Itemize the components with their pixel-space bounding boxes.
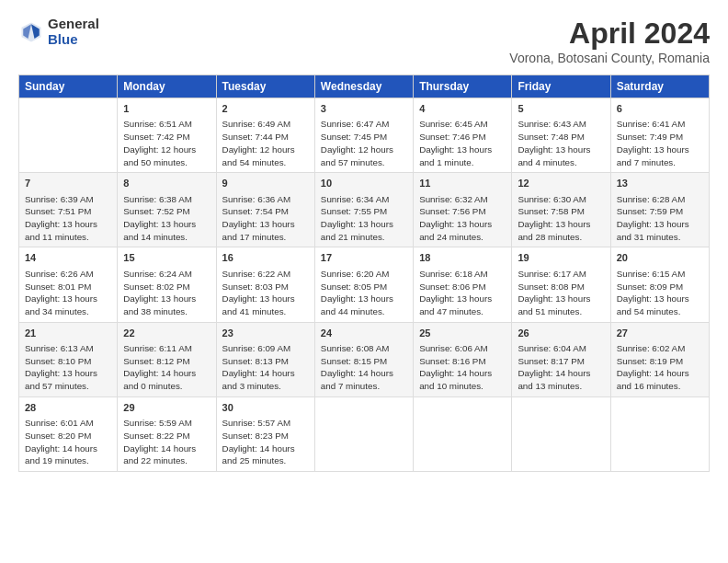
daylight-text: Daylight: 13 hours and 7 minutes.: [617, 144, 703, 168]
calendar-cell: [414, 396, 512, 471]
sunrise-text: Sunrise: 6:11 AM: [123, 342, 210, 355]
sunrise-text: Sunrise: 6:32 AM: [419, 193, 506, 206]
daylight-text: Daylight: 13 hours and 1 minute.: [419, 144, 506, 168]
header-friday: Friday: [512, 75, 610, 98]
sunrise-text: Sunrise: 6:38 AM: [123, 193, 210, 206]
sunset-text: Sunset: 8:13 PM: [222, 355, 309, 368]
daylight-text: Daylight: 13 hours and 17 minutes.: [222, 218, 309, 243]
calendar-table: Sunday Monday Tuesday Wednesday Thursday…: [18, 75, 710, 472]
daylight-text: Daylight: 14 hours and 25 minutes.: [222, 442, 309, 467]
calendar-cell: 28Sunrise: 6:01 AMSunset: 8:20 PMDayligh…: [19, 396, 118, 471]
day-number: 19: [518, 251, 604, 265]
sunrise-text: Sunrise: 6:08 AM: [321, 342, 407, 355]
location: Vorona, Botosani County, Romania: [509, 51, 710, 65]
header-sunday: Sunday: [19, 75, 118, 98]
calendar-cell: 25Sunrise: 6:06 AMSunset: 8:16 PMDayligh…: [414, 322, 512, 396]
sunset-text: Sunset: 8:06 PM: [419, 281, 506, 293]
calendar-cell: 23Sunrise: 6:09 AMSunset: 8:13 PMDayligh…: [216, 322, 314, 396]
calendar-cell: 29Sunrise: 5:59 AMSunset: 8:22 PMDayligh…: [118, 396, 216, 471]
sunrise-text: Sunrise: 6:22 AM: [222, 268, 309, 281]
sunset-text: Sunset: 8:19 PM: [617, 355, 703, 368]
sunset-text: Sunset: 7:58 PM: [518, 205, 604, 218]
sunset-text: Sunset: 8:20 PM: [25, 430, 111, 442]
sunset-text: Sunset: 7:55 PM: [321, 205, 407, 218]
daylight-text: Daylight: 14 hours and 16 minutes.: [617, 367, 703, 392]
sunset-text: Sunset: 8:12 PM: [123, 355, 210, 368]
day-number: 18: [419, 251, 506, 265]
day-number: 4: [419, 102, 506, 116]
sunrise-text: Sunrise: 6:47 AM: [321, 118, 407, 131]
calendar-week-row-3: 21Sunrise: 6:13 AMSunset: 8:10 PMDayligh…: [19, 322, 710, 396]
logo-icon: [18, 19, 44, 45]
daylight-text: Daylight: 14 hours and 3 minutes.: [222, 367, 309, 392]
sunset-text: Sunset: 7:44 PM: [222, 131, 309, 144]
day-number: 11: [419, 177, 506, 190]
logo-general: General: [48, 17, 99, 32]
daylight-text: Daylight: 13 hours and 51 minutes.: [518, 293, 604, 317]
sunrise-text: Sunrise: 6:45 AM: [419, 118, 506, 131]
sunset-text: Sunset: 7:46 PM: [419, 131, 506, 144]
sunrise-text: Sunrise: 6:02 AM: [617, 342, 703, 355]
calendar-cell: 13Sunrise: 6:28 AMSunset: 7:59 PMDayligh…: [610, 173, 709, 247]
daylight-text: Daylight: 14 hours and 0 minutes.: [123, 367, 210, 392]
sunset-text: Sunset: 7:52 PM: [123, 205, 210, 218]
sunrise-text: Sunrise: 6:43 AM: [518, 118, 604, 131]
sunset-text: Sunset: 8:10 PM: [25, 355, 111, 368]
sunrise-text: Sunrise: 6:20 AM: [321, 268, 407, 281]
daylight-text: Daylight: 12 hours and 57 minutes.: [321, 144, 407, 168]
daylight-text: Daylight: 13 hours and 47 minutes.: [419, 293, 506, 317]
sunrise-text: Sunrise: 6:39 AM: [25, 193, 111, 206]
calendar-cell: 15Sunrise: 6:24 AMSunset: 8:02 PMDayligh…: [118, 247, 216, 322]
calendar-cell: 4Sunrise: 6:45 AMSunset: 7:46 PMDaylight…: [414, 98, 512, 173]
calendar-cell: 16Sunrise: 6:22 AMSunset: 8:03 PMDayligh…: [216, 247, 314, 322]
sunrise-text: Sunrise: 6:51 AM: [123, 118, 210, 131]
sunset-text: Sunset: 7:48 PM: [518, 131, 604, 144]
calendar-cell: [610, 396, 709, 471]
sunrise-text: Sunrise: 6:41 AM: [617, 118, 703, 131]
daylight-text: Daylight: 13 hours and 57 minutes.: [25, 367, 111, 392]
calendar-cell: 8Sunrise: 6:38 AMSunset: 7:52 PMDaylight…: [118, 173, 216, 247]
day-number: 27: [617, 327, 703, 340]
daylight-text: Daylight: 12 hours and 50 minutes.: [123, 144, 210, 168]
day-number: 23: [222, 327, 309, 340]
sunrise-text: Sunrise: 6:49 AM: [222, 118, 309, 131]
day-number: 20: [617, 251, 703, 265]
sunrise-text: Sunrise: 6:01 AM: [25, 417, 111, 430]
daylight-text: Daylight: 13 hours and 31 minutes.: [617, 218, 703, 243]
calendar-cell: 10Sunrise: 6:34 AMSunset: 7:55 PMDayligh…: [314, 173, 413, 247]
daylight-text: Daylight: 13 hours and 34 minutes.: [25, 293, 111, 317]
daylight-text: Daylight: 14 hours and 10 minutes.: [419, 367, 506, 392]
calendar-cell: 7Sunrise: 6:39 AMSunset: 7:51 PMDaylight…: [19, 173, 118, 247]
header-thursday: Thursday: [414, 75, 512, 98]
daylight-text: Daylight: 12 hours and 54 minutes.: [222, 144, 309, 168]
calendar-cell: 3Sunrise: 6:47 AMSunset: 7:45 PMDaylight…: [314, 98, 413, 173]
daylight-text: Daylight: 13 hours and 54 minutes.: [617, 293, 703, 317]
calendar-cell: 22Sunrise: 6:11 AMSunset: 8:12 PMDayligh…: [118, 322, 216, 396]
calendar-page: General Blue April 2024 Vorona, Botosani…: [0, 0, 728, 563]
calendar-cell: [512, 396, 610, 471]
day-number: 30: [222, 401, 309, 415]
daylight-text: Daylight: 13 hours and 24 minutes.: [419, 218, 506, 243]
sunset-text: Sunset: 8:01 PM: [25, 281, 111, 293]
daylight-text: Daylight: 14 hours and 22 minutes.: [123, 442, 210, 467]
sunrise-text: Sunrise: 6:15 AM: [617, 268, 703, 281]
day-number: 12: [518, 177, 604, 190]
weekday-header-row: Sunday Monday Tuesday Wednesday Thursday…: [19, 75, 710, 98]
sunset-text: Sunset: 7:56 PM: [419, 205, 506, 218]
daylight-text: Daylight: 13 hours and 41 minutes.: [222, 293, 309, 317]
sunset-text: Sunset: 7:42 PM: [123, 131, 210, 144]
sunset-text: Sunset: 7:59 PM: [617, 205, 703, 218]
day-number: 13: [617, 177, 703, 190]
sunrise-text: Sunrise: 6:18 AM: [419, 268, 506, 281]
day-number: 5: [518, 102, 604, 116]
day-number: 3: [321, 102, 407, 116]
day-number: 25: [419, 327, 506, 340]
day-number: 9: [222, 177, 309, 190]
day-number: 24: [321, 327, 407, 340]
day-number: 26: [518, 327, 604, 340]
calendar-week-row-4: 28Sunrise: 6:01 AMSunset: 8:20 PMDayligh…: [19, 396, 710, 471]
daylight-text: Daylight: 13 hours and 44 minutes.: [321, 293, 407, 317]
day-number: 8: [123, 177, 210, 190]
day-number: 21: [25, 327, 111, 340]
logo: General Blue: [18, 17, 99, 47]
